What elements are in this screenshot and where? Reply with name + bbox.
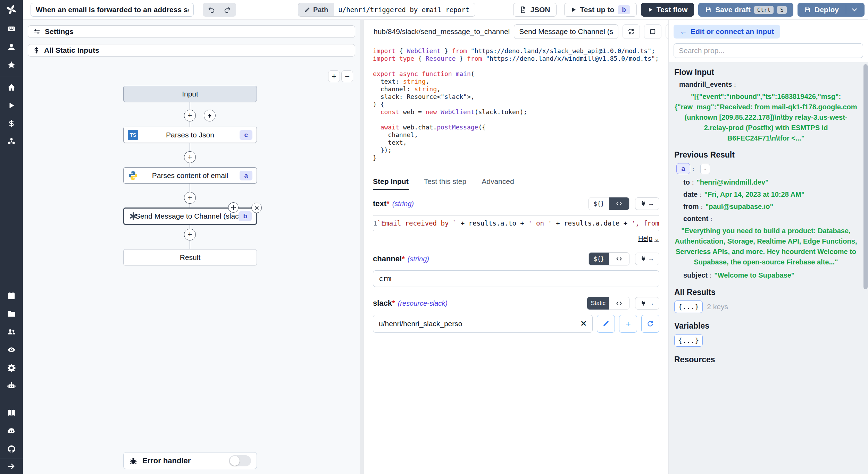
sidebar-discord-icon[interactable] [0,422,23,440]
prop-value: "paul@supabase.io" [706,203,773,211]
tab-test-this-step[interactable]: Test this step [424,174,467,190]
connect-input-button[interactable]: → [635,197,659,210]
connect-input-button[interactable]: → [635,253,659,265]
sidebar-github-icon[interactable] [0,440,23,458]
static-mode-button[interactable]: Static [587,297,609,310]
canvas-zoom-in-button[interactable]: + [328,70,340,82]
insert-step-button[interactable]: + [184,192,196,204]
redo-button[interactable] [219,3,235,16]
sidebar-play-icon[interactable] [0,96,23,115]
test-flow-button[interactable]: Test flow [641,3,694,17]
channel-input[interactable] [373,270,659,287]
sidebar-user-icon[interactable] [0,38,23,56]
tab-advanced[interactable]: Advanced [482,174,514,190]
add-resource-button[interactable]: + [619,315,637,333]
error-handler-label: Error handler [142,456,191,465]
sidebar-users-icon[interactable] [0,323,23,341]
reload-script-button[interactable] [623,24,640,39]
content-row[interactable]: content : [674,215,858,223]
sidebar-folder-icon[interactable] [0,305,23,323]
prop-row-from[interactable]: from:"paul@supabase.io" [674,203,858,211]
save-draft-button[interactable]: Save draft Ctrl S [698,3,793,17]
panel-resize-gutter[interactable] [360,20,364,474]
sidebar-robot-icon[interactable] [0,377,23,395]
flow-title-input[interactable] [31,3,194,17]
arrow-left-glyph: ← [680,27,687,36]
sidebar-eye-icon[interactable] [0,341,23,359]
sidebar-gear-icon[interactable] [0,359,23,377]
slack-resource-picker[interactable]: u/henri/henri_slack_perso ✕ [373,315,593,333]
sidebar-book-icon[interactable] [0,404,23,422]
windmill-logo[interactable] [0,0,23,20]
chevron-down-icon[interactable] [851,6,858,13]
required-asterisk: * [386,199,390,208]
text-expression-editor[interactable]: 1 `Email received by ` + results.a.to + … [373,215,659,231]
collapse-button[interactable]: - [700,164,710,174]
move-step-handle[interactable] [228,202,239,213]
search-prop-input[interactable] [674,43,863,58]
deploy-divider [846,5,846,14]
sidebar-home-icon[interactable] [0,78,23,96]
step-title-input[interactable] [514,24,618,39]
code-editor[interactable]: import { WebClient } from "https://deno.… [364,43,668,174]
sidebar-spinner-icon[interactable] [0,133,23,151]
edit-resource-button[interactable] [597,315,615,333]
insert-step-button[interactable]: + [184,229,196,240]
delete-step-button[interactable] [251,203,262,213]
template-mode-button[interactable]: ${} [589,253,609,265]
close-icon [254,205,259,211]
prop-row-to[interactable]: to:"henri@windmill.dev" [674,178,858,186]
error-handler-node[interactable]: Error handler [123,452,257,469]
code-mode-button[interactable] [609,253,629,265]
resources-header: Resources [674,355,858,364]
path-button[interactable]: Path [298,3,334,17]
prop-value: "Welcome to Supabase" [714,271,794,279]
insert-step-button[interactable]: + [184,151,196,163]
flow-settings-button[interactable]: Settings [28,25,355,38]
all-results-object-chip[interactable]: {...} [674,301,703,313]
tab-step-input[interactable]: Step Input [373,174,409,190]
result-a-chip[interactable]: a [676,163,690,174]
edit-or-connect-button[interactable]: ← Edit or connect an input [674,25,780,39]
help-link[interactable]: Help [638,235,652,242]
test-up-to-button[interactable]: Test up to b [564,3,636,17]
prop-row-date[interactable]: date:"Fri, Apr 14, 2023 at 10:28 AM" [674,191,858,198]
chevron-down-icon[interactable]: ⌄ [654,236,659,242]
prop-value: "henri@windmill.dev" [696,178,768,186]
colon: : [734,82,736,88]
flow-node-parses-to-json[interactable]: TS Parses to Json c [123,127,257,143]
json-button[interactable]: JSON [513,3,557,17]
mandrill-events-row[interactable]: mandrill_events : [674,81,858,88]
sidebar-dollar-icon[interactable] [0,115,23,133]
template-mode-button[interactable]: ${} [589,197,609,210]
undo-button[interactable] [203,3,219,16]
expand-editor-button[interactable] [644,24,661,39]
canvas-zoom-out-button[interactable]: − [341,70,353,82]
flow-node-result[interactable]: Result [123,249,257,265]
refresh-resource-button[interactable] [641,315,659,333]
subject-row[interactable]: subject : "Welcome to Supabase" [674,271,858,279]
code-mode-button[interactable] [609,297,629,310]
flow-node-parses-content[interactable]: Parses content of email a [123,167,257,184]
pencil-icon [602,320,610,328]
sidebar-app-icon[interactable] [0,20,23,38]
trigger-bolt-button[interactable] [204,110,216,121]
connect-input-button[interactable]: → [635,297,659,310]
code-token: slack: Resource< [373,93,441,100]
sidebar-calendar-icon[interactable] [0,287,23,305]
mandrill-events-value[interactable]: "[{"event":"inbound","ts":1683819426,"ms… [674,91,858,143]
code-mode-button[interactable] [609,197,629,210]
variables-object-chip[interactable]: {...} [674,334,703,347]
error-handler-toggle[interactable] [229,455,251,466]
prop-key: mandrill_events [679,81,732,88]
scrollbar-thumb[interactable] [863,64,868,289]
clear-resource-icon[interactable]: ✕ [581,319,587,328]
all-static-inputs-button[interactable]: All Static Inputs [28,44,355,57]
insert-step-button[interactable]: + [184,110,196,121]
content-value[interactable]: "Everything you need to build a product:… [674,226,858,267]
flow-node-input[interactable]: Input [123,86,257,102]
path-input[interactable] [334,3,475,17]
deploy-button[interactable]: Deploy [798,3,865,17]
sidebar-star-icon[interactable] [0,56,23,74]
sidebar-expand-button[interactable] [0,458,23,474]
